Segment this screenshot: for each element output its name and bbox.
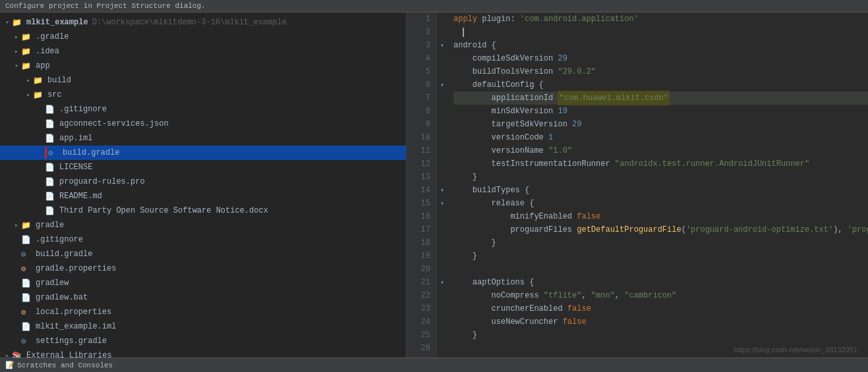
scratches-label-text: Scratches and Consoles	[17, 361, 113, 369]
code-line-24: useNewCruncher false	[453, 315, 868, 329]
arrow-extlibs	[3, 352, 12, 358]
arrow-root	[3, 18, 12, 26]
label-localprops: local.properties	[36, 307, 111, 317]
project-icon: 📁	[12, 18, 24, 27]
label-thirdparty: Third Party Open Source Software Notice.…	[59, 206, 268, 215]
code-line-16: minifyEnabled false	[453, 210, 868, 223]
tree-item-thirdparty[interactable]: 📄 Third Party Open Source Software Notic…	[0, 203, 406, 218]
code-line-11: versionName "1.0"	[453, 144, 868, 157]
code-area[interactable]: apply plugin: 'com.android.application' …	[448, 13, 868, 358]
label-gradle: .gradle	[36, 32, 69, 41]
file-icon-gradlewbat: 📄	[21, 293, 33, 302]
tree-item-build[interactable]: 📁 build	[0, 73, 406, 88]
line-numbers: 12345 678910 1112131415 1617181920 21222…	[407, 13, 436, 358]
main-layout: 📁 mlkit_example D:\workspace\mlkitdemo-3…	[0, 13, 868, 358]
arrow-idea	[12, 47, 21, 55]
label-gitignore1: .gitignore	[59, 105, 107, 114]
file-icon-mlkitiml: 📄	[21, 322, 33, 331]
file-icon-license: 📄	[45, 163, 57, 172]
root-path: D:\workspace\mlkitdemo-3-16\mlkit_exampl…	[92, 18, 287, 27]
label-gradlewbat: gradlew.bat	[36, 293, 88, 302]
tree-item-buildgradle-selected[interactable]: ⚙ build.gradle	[0, 146, 406, 160]
tree-item-mlkitiml[interactable]: 📄 mlkit_example.iml	[0, 319, 406, 334]
label-license: LICENSE	[59, 163, 92, 172]
code-line-22: noCompress "tflite", "mnn", "cambricon"	[453, 289, 868, 302]
gutter: ▾ ▾ ▾ ▾ ▾	[436, 13, 448, 358]
tree-item-localprops[interactable]: ⚙ local.properties	[0, 305, 406, 319]
code-line-8: minSdkVersion 19	[453, 105, 868, 118]
file-icon-extlibs: 📚	[12, 351, 24, 358]
label-readme: README.md	[59, 192, 102, 201]
tree-item-settingsgradle[interactable]: ⚙ settings.gradle	[0, 334, 406, 348]
tree-item-app[interactable]: 📁 app	[0, 59, 406, 73]
tree-item-gradle[interactable]: 📁 .gradle	[0, 30, 406, 44]
file-icon-buildgradle-selected: ⚙	[48, 148, 60, 157]
folder-icon-build: 📁	[33, 76, 45, 85]
code-line-12: testInstrumentationRunner "androidx.test…	[453, 157, 868, 171]
top-bar: Configure project in Project Structure d…	[0, 0, 868, 13]
scratches-icon: 📝	[5, 361, 14, 369]
folder-icon-gradle-folder: 📁	[21, 221, 33, 230]
top-bar-message: Configure project in Project Structure d…	[5, 2, 206, 10]
label-app: app	[36, 61, 50, 70]
label-gradleprops: gradle.properties	[36, 264, 116, 273]
label-agconnect: agconnect-services.json	[59, 119, 169, 128]
tree-item-extlibs[interactable]: 📚 External Libraries	[0, 348, 406, 358]
tree-item-gradlew[interactable]: 📄 gradlew	[0, 276, 406, 290]
label-proguard: proguard-rules.pro	[59, 177, 145, 186]
file-icon-settingsgradle: ⚙	[21, 336, 33, 346]
file-icon-gitignore1: 📄	[45, 105, 57, 114]
tree-item-gradlewbat[interactable]: 📄 gradlew.bat	[0, 290, 406, 305]
scratches-consoles-button[interactable]: 📝 Scratches and Consoles	[5, 361, 113, 369]
code-line-13: }	[453, 171, 868, 184]
code-line-5: buildToolsVersion "29.0.2"	[453, 65, 868, 78]
tree-item-buildgradle2[interactable]: ⚙ build.gradle	[0, 247, 406, 261]
code-line-3: android {	[453, 39, 868, 52]
tree-item-license[interactable]: 📄 LICENSE	[0, 160, 406, 174]
label-idea: .idea	[36, 47, 59, 56]
red-indicator	[45, 147, 47, 159]
file-icon-agconnect: 📄	[45, 119, 57, 128]
code-line-25: }	[453, 329, 868, 342]
label-src: src	[47, 90, 62, 99]
project-tree[interactable]: 📁 mlkit_example D:\workspace\mlkitdemo-3…	[0, 13, 407, 358]
label-mlkitiml: mlkit_example.iml	[36, 322, 116, 331]
label-buildgradle-selected: build.gradle	[63, 148, 119, 157]
tree-item-gitignore1[interactable]: 📄 .gitignore	[0, 102, 406, 117]
code-line-14: buildTypes {	[453, 184, 868, 197]
arrow-src	[24, 91, 33, 99]
tree-item-readme[interactable]: 📄 README.md	[0, 189, 406, 203]
tree-item-root[interactable]: 📁 mlkit_example D:\workspace\mlkitdemo-3…	[0, 15, 406, 30]
editor-content: 12345 678910 1112131415 1617181920 21222…	[407, 13, 868, 358]
folder-icon-idea: 📁	[21, 47, 33, 56]
tree-item-gradleprops[interactable]: ⚙ gradle.properties	[0, 261, 406, 276]
tree-item-src[interactable]: 📁 src	[0, 88, 406, 102]
file-icon-gitignore2: 📄	[21, 235, 33, 244]
arrow-gradle	[12, 33, 21, 41]
label-appiml: app.iml	[59, 134, 92, 143]
tree-item-gitignore2[interactable]: 📄 .gitignore	[0, 232, 406, 247]
file-icon-localprops: ⚙	[21, 307, 33, 317]
file-icon-readme: 📄	[45, 192, 57, 201]
arrow-build	[24, 76, 33, 84]
folder-icon-src: 📁	[33, 90, 45, 99]
bottom-bar: 📝 Scratches and Consoles	[0, 358, 868, 372]
tree-item-agconnect[interactable]: 📄 agconnect-services.json	[0, 117, 406, 131]
code-line-20	[453, 263, 868, 276]
label-gitignore2: .gitignore	[36, 235, 83, 244]
arrow-app	[12, 62, 21, 70]
file-icon-gradleprops: ⚙	[21, 264, 33, 273]
code-line-6: defaultConfig {	[453, 78, 868, 92]
code-line-2	[453, 26, 868, 39]
tree-item-proguard[interactable]: 📄 proguard-rules.pro	[0, 174, 406, 189]
tree-item-gradle-folder[interactable]: 📁 gradle	[0, 218, 406, 232]
code-line-19: }	[453, 250, 868, 263]
tree-item-idea[interactable]: 📁 .idea	[0, 44, 406, 59]
tree-item-appiml[interactable]: 📄 app.iml	[0, 131, 406, 146]
code-line-18: }	[453, 236, 868, 250]
arrow-gradle-folder	[12, 221, 21, 229]
label-gradle-folder: gradle	[36, 221, 64, 230]
code-line-9: targetSdkVersion 29	[453, 118, 868, 131]
code-line-1: apply plugin: 'com.android.application'	[453, 13, 868, 26]
label-extlibs: External Libraries	[26, 351, 112, 358]
